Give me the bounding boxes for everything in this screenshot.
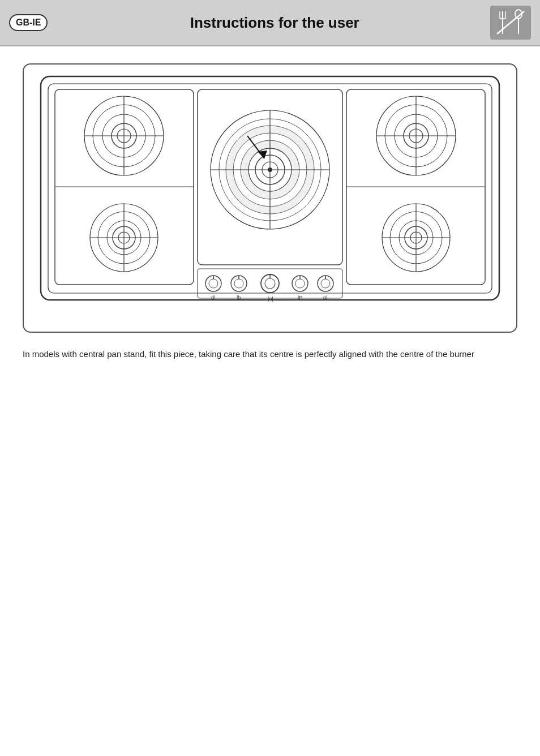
main-content: d| |b |o| |P <box>0 46 540 383</box>
description-text: In models with central pan stand, fit th… <box>23 347 487 360</box>
country-badge: GB-IE <box>9 14 48 31</box>
svg-point-62 <box>234 279 243 288</box>
hob-diagram-container: d| |b |o| |P <box>23 63 517 333</box>
svg-text:q|: q| <box>323 295 327 300</box>
svg-text:|b: |b <box>237 295 241 300</box>
svg-text:|o|: |o| <box>268 296 273 302</box>
page-header: GB-IE Instructions for the user <box>0 0 540 46</box>
svg-text:d|: d| <box>211 295 215 300</box>
svg-text:|P: |P <box>298 295 302 300</box>
chef-icon <box>490 6 531 40</box>
svg-point-58 <box>209 279 218 288</box>
svg-point-70 <box>295 279 305 288</box>
svg-point-37 <box>268 167 272 172</box>
page-title: Instructions for the user <box>59 14 490 32</box>
hob-diagram: d| |b |o| |P <box>38 74 502 323</box>
svg-point-74 <box>321 279 330 288</box>
svg-point-66 <box>265 278 275 289</box>
